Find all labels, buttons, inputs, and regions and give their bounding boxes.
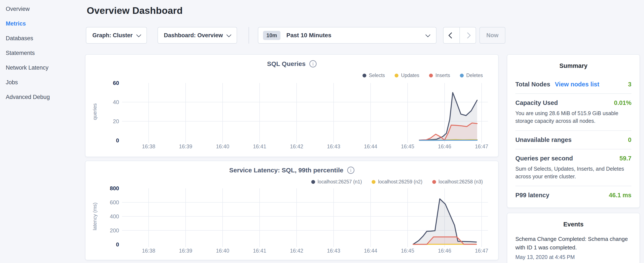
legend-label: localhost:26257 (n1) bbox=[318, 179, 362, 185]
view-nodes-list-link[interactable]: View nodes list bbox=[555, 81, 599, 88]
time-range-badge: 10m bbox=[263, 31, 280, 40]
legend-item[interactable]: localhost:26257 (n1) bbox=[311, 179, 362, 185]
svg-text:16:39: 16:39 bbox=[179, 143, 192, 149]
chart-title: Service Latency: SQL, 99th percentile bbox=[229, 167, 343, 174]
svg-text:40: 40 bbox=[113, 99, 119, 105]
legend-dot-icon bbox=[429, 74, 433, 78]
svg-text:400: 400 bbox=[110, 213, 119, 220]
svg-text:16:47: 16:47 bbox=[475, 143, 488, 149]
summary-title: Summary bbox=[515, 62, 632, 69]
summary-row-value: 3 bbox=[628, 81, 632, 88]
legend-item[interactable]: Selects bbox=[362, 73, 385, 78]
page-title: Overview Dashboard bbox=[87, 5, 183, 16]
svg-text:16:40: 16:40 bbox=[216, 248, 230, 254]
sidebar-item-overview[interactable]: Overview bbox=[6, 2, 85, 16]
chevron-down-icon bbox=[425, 32, 430, 37]
legend-item[interactable]: Deletes bbox=[460, 73, 483, 78]
events-title: Events bbox=[515, 221, 632, 228]
legend-dot-icon bbox=[362, 74, 366, 78]
info-icon[interactable]: i bbox=[309, 60, 316, 68]
chevron-right-icon bbox=[464, 32, 471, 39]
legend-dot-icon bbox=[394, 74, 398, 78]
sidebar-item-advanced-debug[interactable]: Advanced Debug bbox=[6, 90, 85, 105]
graph-selector-label: Graph: Cluster bbox=[92, 32, 132, 39]
summary-row-value: 0 bbox=[628, 136, 632, 143]
svg-text:16:46: 16:46 bbox=[438, 143, 451, 149]
time-step-buttons bbox=[443, 27, 476, 44]
summary-row-unavailable-ranges: Unavailable ranges 0 bbox=[515, 131, 632, 149]
chevron-left-icon bbox=[448, 32, 454, 39]
svg-text:60: 60 bbox=[113, 80, 119, 86]
summary-row-capacity-used: Capacity Used 0.01% You are using 28.6 M… bbox=[515, 94, 632, 130]
legend-item[interactable]: localhost:26258 (n3) bbox=[432, 179, 483, 185]
sidebar-item-metrics[interactable]: Metrics bbox=[6, 16, 85, 31]
chart-legend: SelectsUpdatesInsertsDeletes bbox=[362, 73, 483, 78]
summary-row-total-nodes: Total Nodes View nodes list 3 bbox=[515, 75, 632, 93]
toolbar-divider bbox=[248, 27, 249, 44]
sidebar-item-network-latency[interactable]: Network Latency bbox=[6, 60, 85, 75]
legend-label: Selects bbox=[369, 73, 385, 78]
summary-row-queries-per-second: Queries per second 59.7 Sum of Selects, … bbox=[515, 149, 632, 186]
chart-legend: localhost:26257 (n1)localhost:26259 (n2)… bbox=[311, 179, 483, 185]
summary-row-value: 46.1 ms bbox=[609, 192, 632, 199]
svg-text:16:43: 16:43 bbox=[327, 143, 340, 149]
graph-selector-dropdown[interactable]: Graph: Cluster bbox=[86, 27, 147, 44]
svg-text:16:41: 16:41 bbox=[253, 248, 266, 254]
legend-item[interactable]: localhost:26259 (n2) bbox=[372, 179, 422, 185]
svg-text:600: 600 bbox=[110, 199, 119, 205]
svg-text:16:39: 16:39 bbox=[179, 248, 192, 254]
sidebar-item-statements[interactable]: Statements bbox=[6, 46, 85, 60]
svg-text:latency (ms): latency (ms) bbox=[92, 203, 98, 230]
dashboard-selector-dropdown[interactable]: Dashboard: Overview bbox=[158, 27, 237, 44]
event-text: Schema Change Completed: Schema change w… bbox=[515, 235, 632, 252]
legend-item[interactable]: Inserts bbox=[429, 73, 450, 78]
chevron-down-icon bbox=[226, 32, 232, 37]
legend-dot-icon bbox=[432, 180, 436, 184]
time-range-dropdown[interactable]: 10m Past 10 Minutes bbox=[258, 27, 436, 44]
svg-text:800: 800 bbox=[110, 185, 119, 191]
sidebar-item-jobs[interactable]: Jobs bbox=[6, 75, 85, 90]
summary-row-p99-latency: P99 latency 46.1 ms bbox=[515, 186, 632, 204]
svg-text:16:44: 16:44 bbox=[364, 248, 378, 254]
legend-label: Inserts bbox=[436, 73, 450, 78]
summary-row-value: 0.01% bbox=[614, 99, 632, 106]
summary-row-label: Queries per second bbox=[515, 155, 573, 162]
svg-text:16:38: 16:38 bbox=[142, 248, 156, 254]
svg-text:16:43: 16:43 bbox=[327, 248, 340, 254]
sidebar-item-databases[interactable]: Databases bbox=[6, 31, 85, 46]
event-list-item[interactable]: Schema Change Completed: Schema change w… bbox=[515, 235, 632, 260]
dashboard-selector-label: Dashboard: Overview bbox=[164, 32, 223, 39]
legend-label: Updates bbox=[401, 73, 419, 78]
event-timestamp: May 13, 2020 at 4:45 PM bbox=[515, 254, 632, 260]
legend-dot-icon bbox=[311, 180, 315, 184]
service-latency-chart: 16:3816:3916:4016:4116:4216:4316:4416:45… bbox=[86, 161, 498, 260]
now-button[interactable]: Now bbox=[480, 27, 506, 44]
svg-text:0: 0 bbox=[116, 137, 119, 144]
overview-dashboard-page: Overview Metrics Databases Statements Ne… bbox=[0, 0, 644, 263]
sql-queries-chart: 16:3816:3916:4016:4116:4216:4316:4416:45… bbox=[86, 55, 498, 157]
legend-item[interactable]: Updates bbox=[394, 73, 419, 78]
svg-text:200: 200 bbox=[110, 227, 119, 234]
svg-text:16:47: 16:47 bbox=[475, 248, 488, 254]
summary-panel: Summary Total Nodes View nodes list 3 Ca… bbox=[507, 54, 640, 208]
summary-row-value: 59.7 bbox=[620, 155, 632, 162]
svg-text:16:45: 16:45 bbox=[401, 248, 414, 254]
svg-text:16:40: 16:40 bbox=[216, 143, 230, 149]
svg-text:16:44: 16:44 bbox=[364, 143, 378, 149]
sidebar: Overview Metrics Databases Statements Ne… bbox=[0, 0, 85, 105]
legend-dot-icon bbox=[372, 180, 376, 184]
svg-text:16:41: 16:41 bbox=[253, 143, 266, 149]
svg-text:16:42: 16:42 bbox=[290, 143, 304, 149]
summary-row-label: Capacity Used bbox=[515, 99, 558, 106]
summary-row-label: Total Nodes bbox=[515, 81, 550, 88]
summary-row-description: Sum of Selects, Updates, Inserts, and De… bbox=[515, 165, 632, 180]
time-step-forward-button[interactable] bbox=[460, 28, 476, 43]
info-icon[interactable]: i bbox=[347, 167, 354, 174]
svg-text:16:38: 16:38 bbox=[142, 143, 156, 149]
svg-text:16:46: 16:46 bbox=[438, 248, 451, 254]
legend-label: localhost:26258 (n3) bbox=[438, 179, 483, 185]
svg-text:20: 20 bbox=[113, 118, 119, 124]
time-step-back-button[interactable] bbox=[444, 28, 460, 43]
summary-row-label: Unavailable ranges bbox=[515, 136, 572, 143]
svg-text:16:42: 16:42 bbox=[290, 248, 304, 254]
